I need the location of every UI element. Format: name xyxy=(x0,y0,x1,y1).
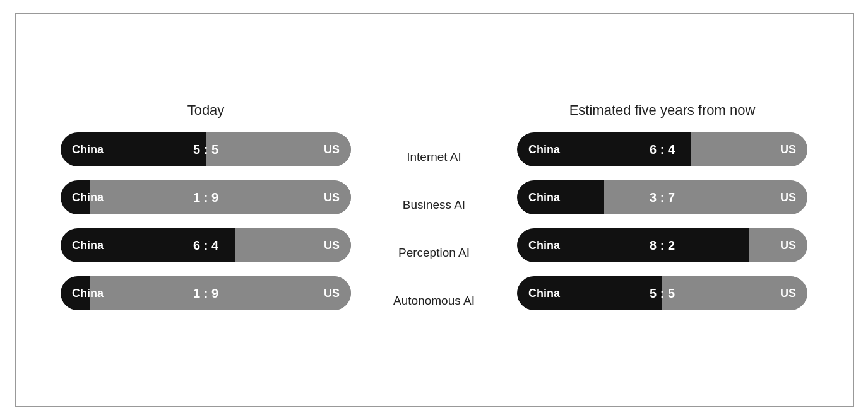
bar-us-segment: US xyxy=(662,276,807,310)
china-label: China xyxy=(61,239,104,252)
china-label: China xyxy=(61,287,104,300)
bar-us-segment: US xyxy=(206,132,351,166)
bar-china-segment: China xyxy=(517,228,749,262)
us-label: US xyxy=(324,143,340,156)
future-title: Estimated five years from now xyxy=(569,102,756,119)
today-bars-col: ChinaUS5 : 5ChinaUS1 : 9ChinaUS6 : 4Chin… xyxy=(35,132,378,310)
category-label: Autonomous AI xyxy=(393,284,475,318)
ratio-bar: ChinaUS5 : 5 xyxy=(61,132,351,166)
ratio-bar: ChinaUS3 : 7 xyxy=(517,180,807,214)
ratio-bar: ChinaUS5 : 5 xyxy=(517,276,807,310)
bar-china-segment: China xyxy=(61,132,206,166)
ratio-bar: ChinaUS6 : 4 xyxy=(517,132,807,166)
bar-china-segment: China xyxy=(61,228,235,262)
us-label: US xyxy=(780,191,796,204)
bar-china-segment: China xyxy=(61,276,90,310)
main-container: Today ChinaUS5 : 5ChinaUS1 : 9ChinaUS6 :… xyxy=(15,13,854,407)
bar-us-segment: US xyxy=(90,180,351,214)
bar-china-segment: China xyxy=(517,276,662,310)
today-title: Today xyxy=(187,102,225,119)
bar-us-segment: US xyxy=(90,276,351,310)
china-label: China xyxy=(61,143,104,156)
future-bars-col: ChinaUS6 : 4ChinaUS3 : 7ChinaUS8 : 2Chin… xyxy=(491,132,834,310)
bar-china-segment: China xyxy=(61,180,90,214)
us-label: US xyxy=(324,239,340,252)
china-label: China xyxy=(61,191,104,204)
china-label: China xyxy=(517,191,560,204)
bar-china-segment: China xyxy=(517,180,604,214)
china-label: China xyxy=(517,287,560,300)
bar-china-segment: China xyxy=(517,132,691,166)
china-label: China xyxy=(517,239,560,252)
ratio-bar: ChinaUS1 : 9 xyxy=(61,276,351,310)
us-label: US xyxy=(324,191,340,204)
bar-us-segment: US xyxy=(691,132,807,166)
us-label: US xyxy=(780,287,796,300)
category-labels: Internet AIBusiness AIPerception AIAuton… xyxy=(378,102,491,318)
ratio-bar: ChinaUS8 : 2 xyxy=(517,228,807,262)
category-label: Perception AI xyxy=(398,236,470,270)
us-label: US xyxy=(780,239,796,252)
ratio-bar: ChinaUS6 : 4 xyxy=(61,228,351,262)
bar-us-segment: US xyxy=(604,180,807,214)
bar-us-segment: US xyxy=(235,228,351,262)
category-label: Internet AI xyxy=(407,140,461,174)
category-label: Business AI xyxy=(403,188,465,222)
ratio-bar: ChinaUS1 : 9 xyxy=(61,180,351,214)
bar-us-segment: US xyxy=(749,228,807,262)
columns-layout: Today ChinaUS5 : 5ChinaUS1 : 9ChinaUS6 :… xyxy=(35,102,834,318)
us-label: US xyxy=(324,287,340,300)
future-section: Estimated five years from now ChinaUS6 :… xyxy=(491,102,834,310)
us-label: US xyxy=(780,143,796,156)
today-section: Today ChinaUS5 : 5ChinaUS1 : 9ChinaUS6 :… xyxy=(35,102,378,310)
china-label: China xyxy=(517,143,560,156)
